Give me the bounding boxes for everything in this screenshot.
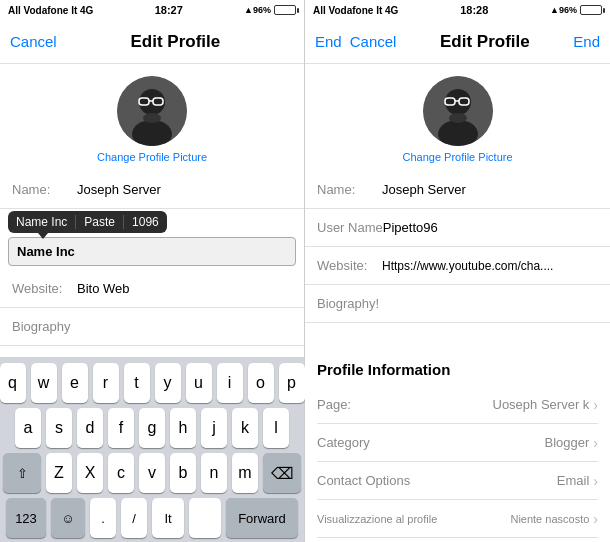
right-username-value: Pipetto96 — [383, 220, 598, 235]
key-z[interactable]: Z — [46, 453, 72, 493]
key-p[interactable]: p — [279, 363, 305, 403]
key-slash[interactable]: / — [121, 498, 147, 538]
right-website-value: Https://www.youtube.com/cha.... — [382, 259, 598, 273]
key-f[interactable]: f — [108, 408, 134, 448]
right-battery — [580, 5, 602, 15]
key-t[interactable]: t — [124, 363, 150, 403]
key-dot[interactable]: . — [90, 498, 116, 538]
right-signal: ▲96% — [550, 5, 577, 15]
tooltip-divider-2 — [123, 215, 124, 229]
key-numbers[interactable]: 123 — [6, 498, 46, 538]
svg-point-8 — [445, 89, 471, 115]
tooltip-paste[interactable]: Paste — [84, 215, 115, 229]
left-username-field[interactable]: Name Inc — [8, 237, 296, 266]
left-profile-area: Change Profile Picture — [0, 64, 304, 171]
left-website-row: Website: Bito Web — [0, 270, 304, 308]
right-status-bar: All Vodafone It 4G 18:28 ▲96% — [305, 0, 610, 20]
right-nav-left-group: End Cancel — [315, 33, 396, 50]
key-q[interactable]: q — [0, 363, 26, 403]
left-time: 18:27 — [155, 4, 183, 16]
info-row-visibility[interactable]: Visualizzazione al profile Niente nascos… — [317, 500, 598, 538]
info-label-page: Page: — [317, 397, 422, 412]
key-b[interactable]: b — [170, 453, 196, 493]
right-bio-row: Biography! — [305, 285, 610, 323]
key-shift[interactable]: ⇧ — [3, 453, 41, 493]
tooltip-divider-1 — [75, 215, 76, 229]
left-name-value: Joseph Server — [77, 182, 292, 197]
key-it[interactable]: It — [152, 498, 184, 538]
key-j[interactable]: j — [201, 408, 227, 448]
key-w[interactable]: w — [31, 363, 57, 403]
right-bio-label: Biography! — [317, 296, 382, 311]
key-space[interactable] — [189, 498, 221, 538]
right-name-value: Joseph Server — [382, 182, 598, 197]
contact-arrow-icon: › — [593, 473, 598, 489]
key-h[interactable]: h — [170, 408, 196, 448]
key-backspace[interactable]: ⌫ — [263, 453, 301, 493]
right-form: Name: Joseph Server User Name Pipetto96 … — [305, 171, 610, 353]
key-y[interactable]: y — [155, 363, 181, 403]
right-nav-bar: End Cancel Edit Profile End — [305, 20, 610, 64]
right-icons: ▲96% — [550, 5, 602, 15]
key-e[interactable]: e — [62, 363, 88, 403]
info-label-visibility: Visualizzazione al profile — [317, 513, 437, 525]
right-change-pic[interactable]: Change Profile Picture — [402, 151, 512, 163]
right-nav-title: Edit Profile — [440, 32, 530, 52]
left-icons: ▲96% — [244, 5, 296, 15]
key-n[interactable]: n — [201, 453, 227, 493]
info-row-category[interactable]: Category Blogger › — [317, 424, 598, 462]
key-forward[interactable]: Forward — [226, 498, 298, 538]
key-l[interactable]: l — [263, 408, 289, 448]
left-avatar-image — [117, 76, 187, 146]
tooltip-name-inc[interactable]: Name Inc — [16, 215, 67, 229]
right-name-label: Name: — [317, 182, 382, 197]
key-r[interactable]: r — [93, 363, 119, 403]
key-c[interactable]: c — [108, 453, 134, 493]
left-avatar[interactable] — [117, 76, 187, 146]
left-form: Name: Joseph Server Name Inc Paste 1096 … — [0, 171, 304, 357]
left-name-label: Name: — [12, 182, 77, 197]
info-value-contact: Email — [422, 473, 589, 488]
keyboard-row3: ⇧ Z X c v b n m ⌫ — [3, 453, 301, 493]
right-done-button[interactable]: End — [573, 33, 600, 50]
svg-point-6 — [143, 113, 161, 123]
svg-point-13 — [449, 113, 467, 123]
key-emoji[interactable]: ☺ — [51, 498, 85, 538]
left-cancel-button[interactable]: Cancel — [10, 33, 57, 50]
right-avatar[interactable] — [423, 76, 493, 146]
left-change-pic[interactable]: Change Profile Picture — [97, 151, 207, 163]
right-time: 18:28 — [460, 4, 488, 16]
right-website-label: Website: — [317, 258, 382, 273]
right-end-button[interactable]: End — [315, 33, 342, 50]
key-x[interactable]: X — [77, 453, 103, 493]
right-profile-area: Change Profile Picture — [305, 64, 610, 171]
left-nav-bar: Cancel Edit Profile — [0, 20, 304, 64]
key-o[interactable]: o — [248, 363, 274, 403]
key-d[interactable]: d — [77, 408, 103, 448]
key-g[interactable]: g — [139, 408, 165, 448]
left-status-bar: All Vodafone It 4G 18:27 ▲96% — [0, 0, 304, 20]
info-label-category: Category — [317, 435, 422, 450]
right-profile-info-section: Profile Information Page: Uoseph Server … — [305, 353, 610, 542]
keyboard-bottom-row: 123 ☺ . / It Forward — [3, 498, 301, 538]
page-arrow-icon: › — [593, 397, 598, 413]
key-m[interactable]: m — [232, 453, 258, 493]
key-a[interactable]: a — [15, 408, 41, 448]
left-battery — [274, 5, 296, 15]
keyboard-row2: a s d f g h j k l — [3, 408, 301, 448]
key-s[interactable]: s — [46, 408, 72, 448]
profile-info-title: Profile Information — [317, 361, 598, 378]
info-row-contact[interactable]: Contact Options Email › — [317, 462, 598, 500]
right-carrier: All Vodafone It 4G — [313, 5, 398, 16]
key-u[interactable]: u — [186, 363, 212, 403]
info-row-page[interactable]: Page: Uoseph Server k › — [317, 386, 598, 424]
left-carrier: All Vodafone It 4G — [8, 5, 93, 16]
right-username-label: User Name — [317, 220, 383, 235]
key-i[interactable]: i — [217, 363, 243, 403]
right-panel: All Vodafone It 4G 18:28 ▲96% End Cancel… — [305, 0, 610, 542]
right-name-row: Name: Joseph Server — [305, 171, 610, 209]
right-cancel-button[interactable]: Cancel — [350, 33, 397, 50]
key-v[interactable]: v — [139, 453, 165, 493]
key-k[interactable]: k — [232, 408, 258, 448]
left-panel: All Vodafone It 4G 18:27 ▲96% Cancel Edi… — [0, 0, 305, 542]
